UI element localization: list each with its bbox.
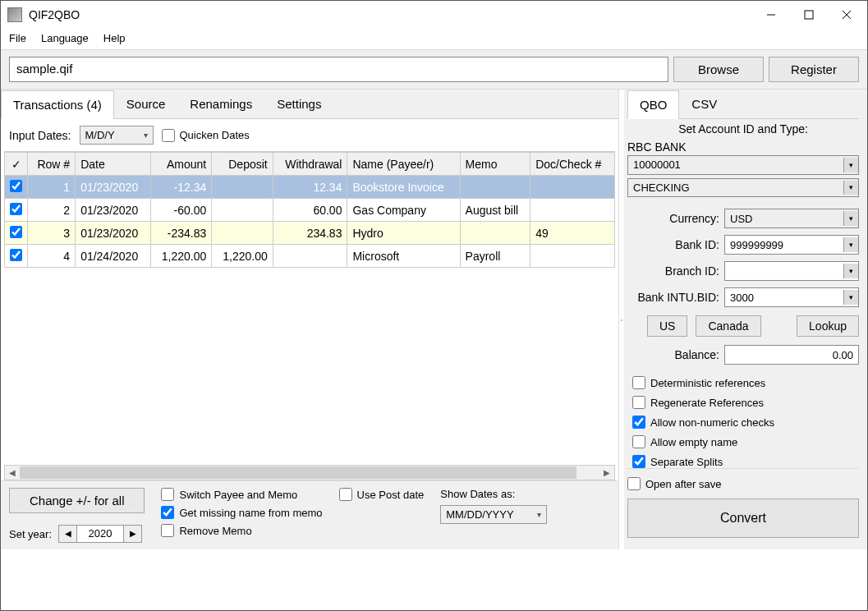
input-dates-label: Input Dates:	[9, 129, 71, 142]
cell-deposit: 1,220.00	[212, 245, 273, 268]
account-type-combo[interactable]: CHECKING▾	[627, 178, 859, 198]
toolbar: sample.qif Browse Register	[1, 49, 867, 90]
allow-empty-checkbox[interactable]: Allow empty name	[632, 435, 859, 448]
row-checkbox[interactable]	[10, 203, 22, 215]
transactions-grid: ✓ Row # Date Amount Deposit Withdrawal N…	[4, 151, 615, 466]
cell-doc	[530, 176, 615, 199]
currency-combo[interactable]: USD▾	[724, 209, 859, 228]
quicken-dates-checkbox[interactable]: Quicken Dates	[162, 129, 250, 142]
scroll-right-icon[interactable]: ▶	[599, 466, 614, 480]
tab-csv[interactable]: CSV	[679, 90, 729, 118]
table-header-row: ✓ Row # Date Amount Deposit Withdrawal N…	[5, 153, 615, 176]
lookup-button[interactable]: Lookup	[797, 315, 859, 337]
cell-row: 4	[28, 245, 76, 268]
input-dates-select[interactable]: M/D/Y ▾	[80, 126, 154, 145]
row-checkbox[interactable]	[10, 180, 22, 192]
regenerate-refs-checkbox[interactable]: Regenerate References	[632, 396, 859, 409]
tab-settings[interactable]: Settings	[264, 90, 333, 118]
cell-memo: Payroll	[460, 245, 530, 268]
cell-amount: -60.00	[150, 199, 211, 222]
cell-amount: -12.34	[150, 176, 211, 199]
tab-transactions[interactable]: Transactions (4)	[1, 90, 114, 119]
account-id-combo[interactable]: 10000001▾	[627, 155, 859, 175]
col-check[interactable]: ✓	[5, 153, 28, 176]
show-dates-select[interactable]: MM/DD/YYYY ▾	[440, 505, 547, 524]
col-doc[interactable]: Doc/Check #	[530, 153, 615, 176]
cell-amount: -234.83	[150, 222, 211, 245]
minimize-button[interactable]	[752, 2, 790, 28]
table-row[interactable]: 301/23/2020-234.83234.83Hydro49	[5, 222, 615, 245]
row-checkbox[interactable]	[10, 226, 22, 238]
scroll-track[interactable]	[20, 466, 599, 480]
browse-button[interactable]: Browse	[673, 57, 764, 82]
bottom-bar: Change +/- for all Set year: ◀ 2020 ▶ Sw…	[1, 480, 618, 549]
menu-language[interactable]: Language	[41, 32, 89, 44]
cell-doc	[530, 245, 615, 268]
cell-row: 1	[28, 176, 76, 199]
filepath-input[interactable]: sample.qif	[9, 57, 668, 82]
chevron-down-icon: ▾	[537, 510, 541, 519]
maximize-button[interactable]	[790, 2, 828, 28]
cell-memo	[460, 176, 530, 199]
col-deposit[interactable]: Deposit	[212, 153, 273, 176]
close-button[interactable]	[828, 2, 866, 28]
convert-button[interactable]: Convert	[627, 498, 859, 538]
col-withdrawal[interactable]: Withdrawal	[273, 153, 347, 176]
chevron-down-icon: ▾	[843, 158, 858, 172]
use-post-date-checkbox[interactable]: Use Post date	[339, 488, 425, 501]
quicken-dates-input[interactable]	[162, 129, 175, 142]
input-dates-value: M/D/Y	[85, 129, 115, 141]
tab-source[interactable]: Source	[114, 90, 178, 118]
scroll-left-icon[interactable]: ◀	[5, 466, 20, 480]
menu-help[interactable]: Help	[103, 32, 126, 44]
year-spinner[interactable]: ◀ 2020 ▶	[58, 525, 142, 543]
col-date[interactable]: Date	[76, 153, 151, 176]
separate-splits-checkbox[interactable]: Separate Splits	[632, 455, 859, 468]
right-tabs: QBO CSV	[627, 90, 859, 119]
menu-file[interactable]: File	[9, 32, 26, 44]
bank-name: RBC BANK	[627, 140, 859, 154]
cell-deposit	[212, 199, 273, 222]
cell-row: 3	[28, 222, 76, 245]
chevron-down-icon: ▾	[843, 264, 858, 278]
right-pane: QBO CSV Set Account ID and Type: RBC BAN…	[624, 90, 867, 549]
col-name[interactable]: Name (Payee/r)	[347, 153, 460, 176]
table-row[interactable]: 101/23/2020-12.3412.34Bookstore Invoice	[5, 176, 615, 199]
titlebar: QIF2QBO	[1, 1, 867, 29]
col-memo[interactable]: Memo	[460, 153, 530, 176]
row-checkbox[interactable]	[10, 249, 22, 261]
currency-label: Currency:	[627, 212, 719, 225]
col-amount[interactable]: Amount	[150, 153, 211, 176]
remove-memo-checkbox[interactable]: Remove Memo	[161, 524, 322, 537]
col-row[interactable]: Row #	[28, 153, 76, 176]
chevron-down-icon: ▾	[843, 211, 858, 226]
table-row[interactable]: 401/24/20201,220.001,220.00MicrosoftPayr…	[5, 245, 615, 268]
register-button[interactable]: Register	[769, 57, 859, 82]
balance-input[interactable]: 0.00	[724, 345, 859, 365]
app-icon	[7, 7, 22, 22]
year-down-icon[interactable]: ◀	[59, 526, 77, 542]
cell-date: 01/23/2020	[76, 199, 151, 222]
tab-qbo[interactable]: QBO	[627, 90, 679, 119]
get-missing-checkbox[interactable]: Get missing name from memo	[161, 506, 322, 519]
bankid-label: Bank ID:	[627, 238, 719, 251]
tab-renamings[interactable]: Renamings	[177, 90, 264, 118]
scroll-thumb[interactable]	[20, 466, 576, 479]
horizontal-scrollbar[interactable]: ◀ ▶	[4, 466, 615, 480]
cell-doc: 49	[530, 222, 615, 245]
allow-nonnumeric-checkbox[interactable]: Allow non-numeric checks	[632, 416, 859, 429]
switch-payee-checkbox[interactable]: Switch Payee and Memo	[161, 488, 322, 501]
deterministic-refs-checkbox[interactable]: Deterministic references	[632, 376, 859, 389]
us-button[interactable]: US	[647, 315, 687, 337]
chevron-down-icon: ▾	[843, 290, 858, 305]
bankid-input[interactable]: 999999999▾	[724, 235, 859, 255]
open-after-save-checkbox[interactable]: Open after save	[627, 477, 859, 490]
branch-input[interactable]: ▾	[724, 261, 859, 281]
intubid-label: Bank INTU.BID:	[627, 291, 719, 304]
intubid-input[interactable]: 3000▾	[724, 287, 859, 307]
canada-button[interactable]: Canada	[696, 315, 760, 337]
table-row[interactable]: 201/23/2020-60.0060.00Gas CompanyAugust …	[5, 199, 615, 222]
cell-name: Microsoft	[347, 245, 460, 268]
change-sign-button[interactable]: Change +/- for all	[9, 488, 145, 513]
year-up-icon[interactable]: ▶	[123, 526, 141, 542]
